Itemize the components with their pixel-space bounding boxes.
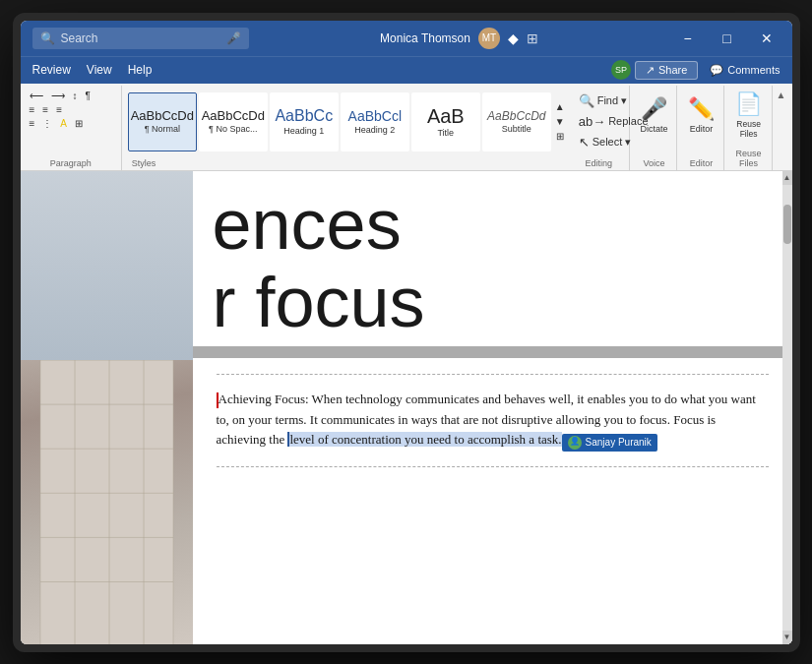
ribbon-collapse-button[interactable]: ▲ [775,88,788,102]
grid-icon: ⊞ [527,30,538,46]
style-heading1-label: Heading 1 [283,126,324,136]
ribbon-content: ⟵ ⟶ ↕ ¶ ≡ ≡ ≡ ≡ ⋮ A [21,84,792,170]
style-subtitle[interactable]: AaBbCcDd Subtitle [482,92,551,151]
laptop-frame: 🔍 Search 🎤 Monica Thomson MT ◆ ⊞ − □ ✕ R… [13,13,800,652]
share-button[interactable]: ↗ Share [635,61,698,80]
scroll-track[interactable] [782,185,792,631]
style-heading2-label: Heading 2 [354,125,395,135]
avatar: MT [478,28,500,49]
vertical-scrollbar[interactable]: ▲ ▼ [782,171,792,644]
style-normal[interactable]: AaBbCcDd ¶ Normal [128,92,197,151]
heading-line1: ences [213,186,763,264]
heading-line2: r focus [213,264,763,341]
bullets-button[interactable]: ≡ [27,117,38,130]
find-button[interactable]: 🔍 Find ▾ [575,91,623,110]
paragraph-row2: ≡ ≡ ≡ [27,103,66,116]
style-heading1[interactable]: AaBbCc Heading 1 [270,92,339,151]
menu-item-view[interactable]: View [79,61,120,79]
replace-button[interactable]: ab→ Replace [575,112,623,131]
style-subtitle-label: Subtitle [502,124,531,134]
style-heading2[interactable]: AaBbCcl Heading 2 [341,92,409,151]
ribbon-group-editing: 🔍 Find ▾ ab→ Replace ↖ Select ▾ Editing [573,86,630,170]
borders-button[interactable]: ⊞ [72,117,86,130]
voice-group-label: Voice [643,156,664,168]
justify-button[interactable]: ≡ [53,103,65,116]
page-column: ences r focus Achieving Focus: When tech… [193,171,792,644]
ribbon-group-reuse: 📄 ReuseFiles Reuse Files [726,86,773,170]
cursor [217,392,219,408]
paragraph-row1: ⟵ ⟶ ↕ ¶ [27,90,94,102]
share-icon: ↗ [646,64,655,77]
comment-author-name: Sanjay Puranik [586,435,652,451]
styles-group-label: Styles [128,156,567,168]
styles-row: AaBbCcDd ¶ Normal AaBbCcDd ¶ No Spac... … [128,88,567,156]
dictate-icon: 🎤 [641,96,667,122]
style-nospacing[interactable]: AaBbCcDd ¶ No Spac... [199,92,268,151]
indent-button[interactable]: ⟶ [48,90,68,102]
scroll-thumb[interactable] [783,205,791,244]
select-label: Select ▾ [593,136,632,149]
restore-button[interactable]: □ [710,27,745,50]
scroll-down-button[interactable]: ▼ [782,631,792,644]
sort-button[interactable]: ↕ [70,90,81,102]
align-left-button[interactable]: ≡ [27,103,38,116]
numbering-button[interactable]: ⋮ [39,117,55,130]
dotted-line-bottom [217,466,769,467]
minimize-button[interactable]: − [670,27,706,50]
align-center-button[interactable]: ≡ [39,103,51,116]
left-sidebar [21,171,193,644]
scroll-up-button[interactable]: ▲ [782,171,792,185]
style-normal-preview: AaBbCcDd [131,109,194,122]
comment-tag[interactable]: 👤Sanjay Puranik [562,434,657,452]
menu-item-help[interactable]: Help [120,61,160,79]
outdent-button[interactable]: ⟵ [27,90,46,102]
comments-button[interactable]: 💬 Comments [702,62,787,79]
style-normal-label: ¶ Normal [145,124,180,134]
editor-button[interactable]: ✏️ Editor [677,88,724,143]
styles-scroll: ▲ ▼ ⊞ [553,99,567,144]
mic-icon: 🎤 [226,31,241,45]
paragraph[interactable]: Achieving Focus: When technology communi… [217,390,769,452]
paragraph-group-label: Paragraph [27,156,115,168]
editor-label: Editor [690,124,714,134]
editor-icon: ✏️ [688,96,715,122]
title-bar: 🔍 Search 🎤 Monica Thomson MT ◆ ⊞ − □ ✕ [21,21,792,56]
editor-group-label: Editor [690,156,714,168]
highlighted-text: level of concentration you need to accom… [287,432,561,447]
search-icon: 🔍 [40,31,55,45]
show-marks-button[interactable]: ¶ [83,90,94,102]
comments-label: Comments [727,64,780,76]
style-title[interactable]: AaB Title [411,92,480,151]
replace-icon: ab→ [579,114,605,129]
highlight-btn[interactable]: A [57,117,70,130]
paragraph-row3: ≡ ⋮ A ⊞ [27,117,87,130]
styles-more[interactable]: ⊞ [553,129,567,144]
select-button[interactable]: ↖ Select ▾ [575,133,623,151]
building-svg [21,360,193,644]
menu-item-review[interactable]: Review [25,61,79,79]
find-label: Find ▾ [597,94,627,107]
dotted-line-top [217,374,769,375]
styles-scroll-down[interactable]: ▼ [553,114,567,129]
document-area: ences r focus Achieving Focus: When tech… [21,171,792,644]
diamond-icon: ◆ [508,30,519,46]
reuse-label: ReuseFiles [736,119,761,139]
close-button[interactable]: ✕ [749,27,784,50]
screen: 🔍 Search 🎤 Monica Thomson MT ◆ ⊞ − □ ✕ R… [21,21,792,644]
style-title-preview: AaB [427,106,465,126]
styles-scroll-up[interactable]: ▲ [553,99,567,114]
dictate-button[interactable]: 🎤 Dictate [630,88,677,143]
comment-author-avatar: 👤 [568,436,582,450]
dictate-label: Dictate [640,124,667,134]
user-name: Monica Thomson [380,31,470,45]
title-center: Monica Thomson MT ◆ ⊞ [249,28,670,49]
search-box[interactable]: 🔍 Search 🎤 [32,28,249,49]
ribbon-group-voice: 🎤 Dictate Voice [632,86,678,170]
reuse-icon: 📄 [735,91,762,117]
reuse-group-label: Reuse Files [730,147,768,168]
ribbon-group-styles: AaBbCcDd ¶ Normal AaBbCcDd ¶ No Spac... … [124,86,571,170]
svg-rect-0 [40,360,173,644]
ribbon-collapse-area: ▲ [775,86,788,170]
reuse-files-button[interactable]: 📄 ReuseFiles [722,88,776,143]
style-title-label: Title [437,128,454,138]
